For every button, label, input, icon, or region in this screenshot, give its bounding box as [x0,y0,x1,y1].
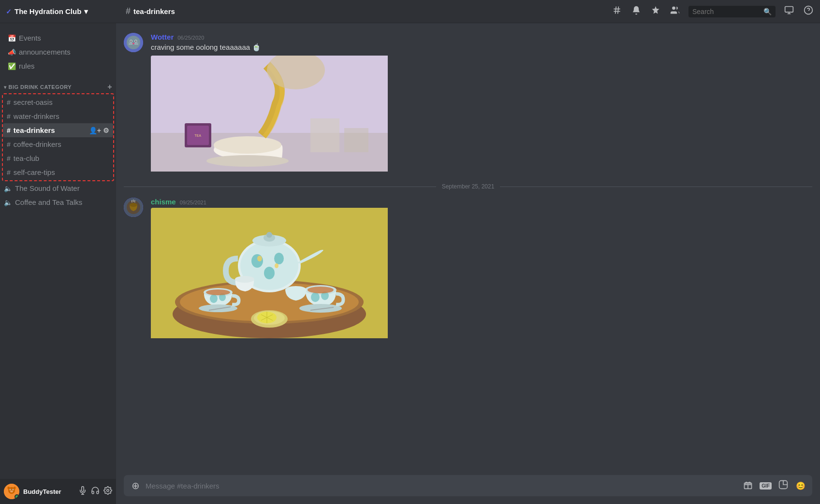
svg-line-30 [129,44,132,45]
user-controls [78,486,112,497]
svg-point-61 [266,232,272,238]
main-layout: 📅 Events 📣 announcements ✅ rules ▾ BIG D… [0,23,820,504]
sidebar-item-tea-club[interactable]: # tea-club [3,151,113,165]
svg-point-54 [251,254,263,268]
headset-button[interactable] [91,486,100,497]
search-icon: 🔍 [763,8,772,15]
sidebar-item-events[interactable]: 📅 Events [4,31,112,45]
svg-point-63 [210,294,218,303]
hash-icon: # [7,99,11,106]
add-member-icon[interactable]: 👤+ [89,127,101,134]
hashtag-icon[interactable] [611,5,623,17]
date-divider-text: September 25, 2021 [442,183,495,190]
svg-text:TEA: TEA [194,134,201,137]
sidebar-item-tea-drinkers[interactable]: # tea-drinkers 👤+ ⚙ [3,123,113,137]
gif-button[interactable]: GIF [760,482,772,490]
svg-line-3 [618,7,619,14]
svg-point-65 [206,289,230,295]
sidebar-item-label: Events [19,34,108,42]
top-channels-section: 📅 Events 📣 announcements ✅ rules [0,23,116,75]
message-input-area: ⊕ GIF 😊 [116,475,820,504]
message-header: Wotter 06/25/2020 [151,33,812,41]
message-input[interactable] [146,476,738,495]
message-group: Wotter 06/25/2020 craving some oolong te… [124,33,812,173]
sidebar-item-label: self-care-tips [14,168,109,176]
sidebar-item-label: announcements [19,48,108,56]
svg-point-38 [206,155,289,167]
announcements-icon: 📣 [8,48,16,56]
inbox-icon[interactable] [783,5,795,17]
channel-actions: 👤+ ⚙ [89,127,109,134]
svg-line-32 [134,44,138,45]
date-divider: September 25, 2021 [124,183,812,190]
titlebar-actions: 🔍 [611,5,814,17]
pin-icon[interactable] [650,5,661,17]
sidebar-item-label: Coffee and Tea Talks [15,198,82,206]
message-group: chisme 09/25/2021 [124,198,812,340]
user-bar: BuddyTester [0,479,116,504]
message-timestamp: 09/25/2021 [180,200,206,205]
svg-point-21 [127,36,140,49]
message-username: Wotter [151,33,174,41]
messages-list: Wotter 06/25/2020 craving some oolong te… [116,23,820,475]
user-status-indicator [15,494,19,499]
tea-set-image [151,208,388,338]
svg-point-56 [264,267,275,279]
emoji-icon[interactable]: 😊 [795,481,806,490]
channel-settings-icon[interactable]: ⚙ [103,127,109,134]
voice-icon: 🔈 [4,185,12,192]
sidebar-item-coffee-drinkers[interactable]: # coffee-drinkers [3,137,113,151]
sidebar-item-label: secret-oasis [14,98,109,106]
sidebar-item-label: water-drinkers [14,112,109,120]
server-name-header[interactable]: ✓ The Hydration Club ▾ [6,7,122,16]
help-icon[interactable] [803,5,814,17]
svg-point-58 [275,263,278,268]
sidebar-item-announcements[interactable]: 📣 announcements [4,45,112,59]
sidebar-item-label: The Sound of Water [15,184,80,192]
sticker-icon[interactable] [777,480,789,491]
sidebar-item-label: coffee-drinkers [14,140,109,148]
message-image [151,208,812,340]
category-header-big-drink[interactable]: ▾ BIG DRINK CATEGORY + [0,75,116,93]
bell-icon[interactable] [630,5,642,17]
svg-point-71 [308,287,334,293]
gift-icon[interactable] [742,480,754,491]
svg-point-66 [199,304,237,312]
hash-icon: # [7,127,11,134]
voice-icon: 🔈 [4,199,12,206]
avatar [4,484,19,499]
category-add-icon[interactable]: + [107,83,112,91]
search-bar[interactable]: 🔍 [688,6,776,17]
message-username: chisme [151,198,176,206]
sidebar-item-self-care-tips[interactable]: # self-care-tips [3,165,113,179]
sidebar-item-sound-of-water[interactable]: 🔈 The Sound of Water [0,181,116,195]
svg-line-2 [615,7,616,14]
svg-point-13 [13,489,14,490]
channel-name-label: tea-drinkers [133,7,175,15]
sidebar-item-water-drinkers[interactable]: # water-drinkers [3,109,113,123]
user-settings-button[interactable] [103,486,112,497]
svg-point-74 [235,276,254,283]
message-text: craving some oolong teaaaaaa 🍵 [151,43,812,52]
channel-hash-icon: # [126,6,131,16]
user-info: BuddyTester [23,488,74,495]
sidebar-item-secret-oasis[interactable]: # secret-oasis [3,95,113,109]
message-add-button[interactable]: ⊕ [130,475,142,496]
members-icon[interactable] [669,5,681,17]
svg-point-55 [274,253,284,264]
search-input[interactable] [692,8,761,15]
sidebar-item-label: tea-drinkers [14,126,86,134]
titlebar: ✓ The Hydration Club ▾ # tea-drinkers 🔍 [0,0,820,23]
server-dropdown-icon[interactable]: ▾ [84,7,88,16]
svg-point-25 [135,41,137,42]
svg-rect-43 [310,118,339,152]
sidebar-item-coffee-tea-talks[interactable]: 🔈 Coffee and Tea Talks [0,195,116,209]
rules-icon: ✅ [8,62,16,70]
sidebar: 📅 Events 📣 announcements ✅ rules ▾ BIG D… [0,23,116,504]
mic-button[interactable] [78,486,87,497]
sidebar-item-rules[interactable]: ✅ rules [4,59,112,73]
hash-icon: # [7,113,11,120]
sidebar-item-label: rules [19,62,108,70]
svg-rect-5 [785,7,793,13]
channel-header: # tea-drinkers [126,6,607,16]
